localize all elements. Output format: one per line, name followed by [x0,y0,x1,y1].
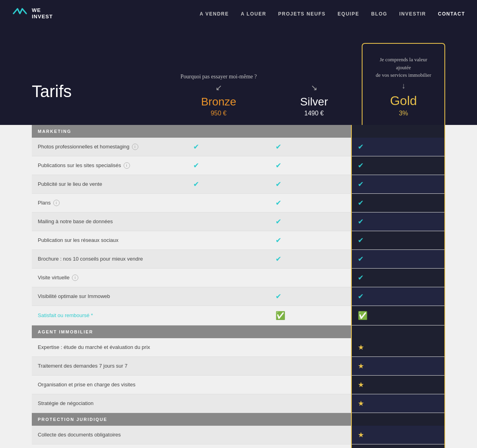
plan-name-bronze: Bronze [171,95,266,108]
pricing-table: MARKETING Photos professionnelles et hom… [32,125,445,448]
feature-photos: Photos professionnelles et homestaging i… [32,138,445,156]
check-res-silver: ✔ [275,236,281,244]
feature-publications: Publications sur les sites specialisés i… [32,156,445,175]
info-publications[interactable]: i [124,162,130,169]
feature-expertise: Expertise : étude du marché et évaluatio… [32,338,445,357]
plan-price-bronze: 950 € [171,110,266,117]
feature-reseaux: Publication sur les réseaux sociaux ✔ ✔ [32,231,445,249]
section-agent: AGENT IMMOBILIER [32,325,445,338]
check-broch-gold: ✔ [358,255,364,263]
nav-a-vendre[interactable]: A VENDRE [200,11,229,17]
annotation-bronze: Pourquoi pas essayer moi-même ? [171,73,266,81]
check-pubs-silver: ✔ [275,162,281,169]
check-res-gold: ✔ [358,236,364,244]
annotation-gold: Je comprends la valeur ajoutéede vos ser… [370,56,436,79]
arrow-gold: ↓ [370,81,436,90]
nav-investir[interactable]: INVESTIR [399,11,426,17]
check-pubs-gold: ✔ [358,162,364,169]
star-traitement: ★ [358,362,364,370]
feature-collecte: Collecte des documents obligatoires ★ [32,426,445,444]
feature-strategie: Stratégie de négociation ★ [32,394,445,413]
check-photos-bronze: ✔ [193,143,199,151]
check-circle-gold: ✅ [358,311,368,320]
check-pub-gold: ✔ [358,180,364,188]
nav-contact[interactable]: CONTACT [438,11,465,17]
nav-blog[interactable]: BLOG [371,11,388,17]
section-juridique: PROTECTION JURIDIQUE [32,413,445,426]
star-expertise: ★ [358,343,364,351]
feature-visibilite: Visibilité optimale sur Immoweb ✔ ✔ [32,287,445,306]
pricing-title: Tarifs [32,82,171,117]
info-plans[interactable]: i [53,200,60,206]
navbar: WE INVEST A VENDRE A LOUER PROJETS NEUFS… [0,0,477,27]
check-visite-gold: ✔ [358,274,364,282]
info-photos[interactable]: i [132,144,138,150]
feature-satisfait: Satisfait ou remboursé * ✅ ✅ [32,306,445,325]
plan-name-silver: Silver [266,95,362,108]
check-vis-gold: ✔ [358,292,364,300]
star-strategie: ★ [358,399,364,407]
feature-mailing: Mailing à notre base de données ✔ ✔ [32,212,445,231]
logo-icon [12,6,28,21]
feature-publicite: Publicité sur le lieu de vente ✔ ✔ ✔ [32,175,445,193]
check-circle-silver: ✅ [275,311,285,320]
check-photos-silver: ✔ [275,143,281,151]
plan-header-silver: ↘ Silver 1490 € [266,61,362,125]
check-pub-bronze: ✔ [193,180,199,188]
pricing-header: Tarifs Pourquoi pas essayer moi-même ? ↙… [0,27,477,125]
feature-plans: Plans i ✔ ✔ [32,193,445,212]
pricing-table-wrap: MARKETING Photos professionnelles et hom… [0,125,477,448]
arrow-silver: ↘ [266,83,362,92]
plan-price-gold: 3% [370,110,436,117]
check-photos-gold: ✔ [358,143,364,151]
feature-controle: Contrôle et approbation des offres ★ [32,444,445,448]
check-broch-silver: ✔ [275,255,281,263]
nav-links: A VENDRE A LOUER PROJETS NEUFS EQUIPE BL… [200,10,465,17]
check-mail-gold: ✔ [358,218,364,226]
check-pubs-bronze: ✔ [193,162,199,169]
feature-brochure: Brochure : nos 10 conseils pour mieux ve… [32,249,445,268]
satisfait-link[interactable]: Satisfait ou remboursé * [38,312,93,318]
nav-equipe[interactable]: EQUIPE [337,11,359,17]
info-visite[interactable]: i [72,275,78,281]
check-vis-silver: ✔ [275,292,281,300]
feature-organisation: Organisation et prise en charge des visi… [32,375,445,394]
nav-projets-neufs[interactable]: PROJETS NEUFS [278,11,326,17]
star-organisation: ★ [358,381,364,389]
plan-price-silver: 1490 € [266,110,362,117]
check-plans-gold: ✔ [358,199,364,207]
plan-header-bronze: Pourquoi pas essayer moi-même ? ↙ Bronze… [171,73,266,125]
arrow-bronze: ↙ [171,83,266,92]
section-marketing: MARKETING [32,125,445,138]
plan-name-gold: Gold [370,93,436,108]
check-mail-silver: ✔ [275,218,281,226]
feature-traitement: Traitement des demandes 7 jours sur 7 ★ [32,356,445,375]
logo-text: WE INVEST [32,7,53,19]
star-collecte: ★ [358,431,364,439]
plan-header-gold: Je comprends la valeur ajoutéede vos ser… [362,43,445,125]
check-plans-silver: ✔ [275,199,281,207]
nav-a-louer[interactable]: A LOUER [241,11,266,17]
logo[interactable]: WE INVEST [12,6,53,21]
feature-visite: Visite virtuelle i ✔ [32,268,445,287]
check-pub-silver: ✔ [275,180,281,188]
